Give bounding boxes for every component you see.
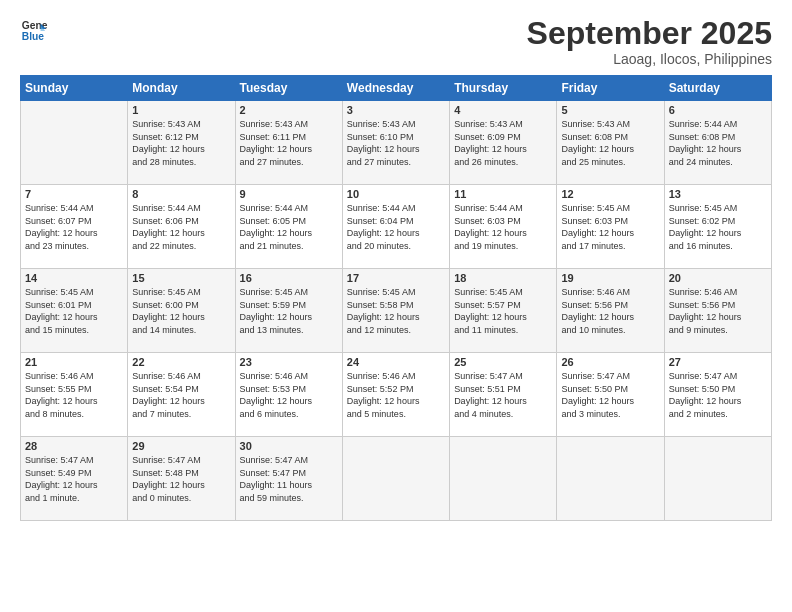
col-wednesday: Wednesday <box>342 76 449 101</box>
day-cell: 15Sunrise: 5:45 AM Sunset: 6:00 PM Dayli… <box>128 269 235 353</box>
week-row-1: 7Sunrise: 5:44 AM Sunset: 6:07 PM Daylig… <box>21 185 772 269</box>
day-cell: 9Sunrise: 5:44 AM Sunset: 6:05 PM Daylig… <box>235 185 342 269</box>
page: General Blue September 2025 Laoag, Iloco… <box>0 0 792 612</box>
day-cell: 25Sunrise: 5:47 AM Sunset: 5:51 PM Dayli… <box>450 353 557 437</box>
header-row: Sunday Monday Tuesday Wednesday Thursday… <box>21 76 772 101</box>
day-cell: 1Sunrise: 5:43 AM Sunset: 6:12 PM Daylig… <box>128 101 235 185</box>
svg-text:Blue: Blue <box>22 31 45 42</box>
day-info: Sunrise: 5:46 AM Sunset: 5:54 PM Dayligh… <box>132 370 230 420</box>
day-cell: 22Sunrise: 5:46 AM Sunset: 5:54 PM Dayli… <box>128 353 235 437</box>
day-cell: 29Sunrise: 5:47 AM Sunset: 5:48 PM Dayli… <box>128 437 235 521</box>
day-cell: 21Sunrise: 5:46 AM Sunset: 5:55 PM Dayli… <box>21 353 128 437</box>
day-info: Sunrise: 5:45 AM Sunset: 6:03 PM Dayligh… <box>561 202 659 252</box>
day-cell: 6Sunrise: 5:44 AM Sunset: 6:08 PM Daylig… <box>664 101 771 185</box>
day-cell: 4Sunrise: 5:43 AM Sunset: 6:09 PM Daylig… <box>450 101 557 185</box>
week-row-2: 14Sunrise: 5:45 AM Sunset: 6:01 PM Dayli… <box>21 269 772 353</box>
day-info: Sunrise: 5:44 AM Sunset: 6:08 PM Dayligh… <box>669 118 767 168</box>
day-cell: 17Sunrise: 5:45 AM Sunset: 5:58 PM Dayli… <box>342 269 449 353</box>
day-cell: 2Sunrise: 5:43 AM Sunset: 6:11 PM Daylig… <box>235 101 342 185</box>
col-sunday: Sunday <box>21 76 128 101</box>
day-cell: 7Sunrise: 5:44 AM Sunset: 6:07 PM Daylig… <box>21 185 128 269</box>
day-number: 20 <box>669 272 767 284</box>
day-cell: 30Sunrise: 5:47 AM Sunset: 5:47 PM Dayli… <box>235 437 342 521</box>
day-info: Sunrise: 5:47 AM Sunset: 5:50 PM Dayligh… <box>561 370 659 420</box>
title-block: September 2025 Laoag, Ilocos, Philippine… <box>527 16 772 67</box>
month-title: September 2025 <box>527 16 772 51</box>
day-cell: 26Sunrise: 5:47 AM Sunset: 5:50 PM Dayli… <box>557 353 664 437</box>
day-number: 28 <box>25 440 123 452</box>
day-info: Sunrise: 5:45 AM Sunset: 5:57 PM Dayligh… <box>454 286 552 336</box>
week-row-4: 28Sunrise: 5:47 AM Sunset: 5:49 PM Dayli… <box>21 437 772 521</box>
day-cell: 28Sunrise: 5:47 AM Sunset: 5:49 PM Dayli… <box>21 437 128 521</box>
day-info: Sunrise: 5:43 AM Sunset: 6:11 PM Dayligh… <box>240 118 338 168</box>
day-cell: 5Sunrise: 5:43 AM Sunset: 6:08 PM Daylig… <box>557 101 664 185</box>
day-number: 10 <box>347 188 445 200</box>
day-cell <box>450 437 557 521</box>
day-number: 14 <box>25 272 123 284</box>
day-number: 24 <box>347 356 445 368</box>
day-number: 21 <box>25 356 123 368</box>
col-thursday: Thursday <box>450 76 557 101</box>
day-cell: 20Sunrise: 5:46 AM Sunset: 5:56 PM Dayli… <box>664 269 771 353</box>
day-number: 3 <box>347 104 445 116</box>
day-number: 27 <box>669 356 767 368</box>
day-cell: 11Sunrise: 5:44 AM Sunset: 6:03 PM Dayli… <box>450 185 557 269</box>
day-info: Sunrise: 5:46 AM Sunset: 5:56 PM Dayligh… <box>561 286 659 336</box>
day-info: Sunrise: 5:43 AM Sunset: 6:09 PM Dayligh… <box>454 118 552 168</box>
day-number: 1 <box>132 104 230 116</box>
col-friday: Friday <box>557 76 664 101</box>
day-number: 6 <box>669 104 767 116</box>
day-cell: 13Sunrise: 5:45 AM Sunset: 6:02 PM Dayli… <box>664 185 771 269</box>
day-info: Sunrise: 5:46 AM Sunset: 5:52 PM Dayligh… <box>347 370 445 420</box>
day-info: Sunrise: 5:47 AM Sunset: 5:49 PM Dayligh… <box>25 454 123 504</box>
day-cell: 19Sunrise: 5:46 AM Sunset: 5:56 PM Dayli… <box>557 269 664 353</box>
day-number: 9 <box>240 188 338 200</box>
logo-icon: General Blue <box>20 16 48 44</box>
day-info: Sunrise: 5:43 AM Sunset: 6:10 PM Dayligh… <box>347 118 445 168</box>
day-cell <box>557 437 664 521</box>
day-cell: 8Sunrise: 5:44 AM Sunset: 6:06 PM Daylig… <box>128 185 235 269</box>
logo: General Blue <box>20 16 48 44</box>
col-tuesday: Tuesday <box>235 76 342 101</box>
day-number: 11 <box>454 188 552 200</box>
day-cell <box>342 437 449 521</box>
day-number: 16 <box>240 272 338 284</box>
day-cell: 23Sunrise: 5:46 AM Sunset: 5:53 PM Dayli… <box>235 353 342 437</box>
day-number: 15 <box>132 272 230 284</box>
day-info: Sunrise: 5:47 AM Sunset: 5:50 PM Dayligh… <box>669 370 767 420</box>
day-number: 8 <box>132 188 230 200</box>
day-info: Sunrise: 5:44 AM Sunset: 6:03 PM Dayligh… <box>454 202 552 252</box>
day-number: 29 <box>132 440 230 452</box>
day-number: 22 <box>132 356 230 368</box>
day-info: Sunrise: 5:47 AM Sunset: 5:48 PM Dayligh… <box>132 454 230 504</box>
day-info: Sunrise: 5:45 AM Sunset: 6:00 PM Dayligh… <box>132 286 230 336</box>
week-row-0: 1Sunrise: 5:43 AM Sunset: 6:12 PM Daylig… <box>21 101 772 185</box>
day-number: 4 <box>454 104 552 116</box>
day-number: 26 <box>561 356 659 368</box>
calendar-table: Sunday Monday Tuesday Wednesday Thursday… <box>20 75 772 521</box>
day-info: Sunrise: 5:44 AM Sunset: 6:04 PM Dayligh… <box>347 202 445 252</box>
day-cell: 14Sunrise: 5:45 AM Sunset: 6:01 PM Dayli… <box>21 269 128 353</box>
day-cell: 12Sunrise: 5:45 AM Sunset: 6:03 PM Dayli… <box>557 185 664 269</box>
day-number: 2 <box>240 104 338 116</box>
day-cell: 3Sunrise: 5:43 AM Sunset: 6:10 PM Daylig… <box>342 101 449 185</box>
svg-text:General: General <box>22 20 48 31</box>
day-cell: 16Sunrise: 5:45 AM Sunset: 5:59 PM Dayli… <box>235 269 342 353</box>
day-number: 30 <box>240 440 338 452</box>
day-info: Sunrise: 5:46 AM Sunset: 5:56 PM Dayligh… <box>669 286 767 336</box>
day-cell: 27Sunrise: 5:47 AM Sunset: 5:50 PM Dayli… <box>664 353 771 437</box>
day-number: 7 <box>25 188 123 200</box>
day-info: Sunrise: 5:45 AM Sunset: 6:02 PM Dayligh… <box>669 202 767 252</box>
day-info: Sunrise: 5:44 AM Sunset: 6:06 PM Dayligh… <box>132 202 230 252</box>
day-number: 18 <box>454 272 552 284</box>
subtitle: Laoag, Ilocos, Philippines <box>527 51 772 67</box>
day-info: Sunrise: 5:45 AM Sunset: 5:59 PM Dayligh… <box>240 286 338 336</box>
col-monday: Monday <box>128 76 235 101</box>
day-info: Sunrise: 5:47 AM Sunset: 5:47 PM Dayligh… <box>240 454 338 504</box>
week-row-3: 21Sunrise: 5:46 AM Sunset: 5:55 PM Dayli… <box>21 353 772 437</box>
day-cell <box>21 101 128 185</box>
day-info: Sunrise: 5:44 AM Sunset: 6:07 PM Dayligh… <box>25 202 123 252</box>
day-number: 12 <box>561 188 659 200</box>
day-cell: 10Sunrise: 5:44 AM Sunset: 6:04 PM Dayli… <box>342 185 449 269</box>
day-number: 23 <box>240 356 338 368</box>
